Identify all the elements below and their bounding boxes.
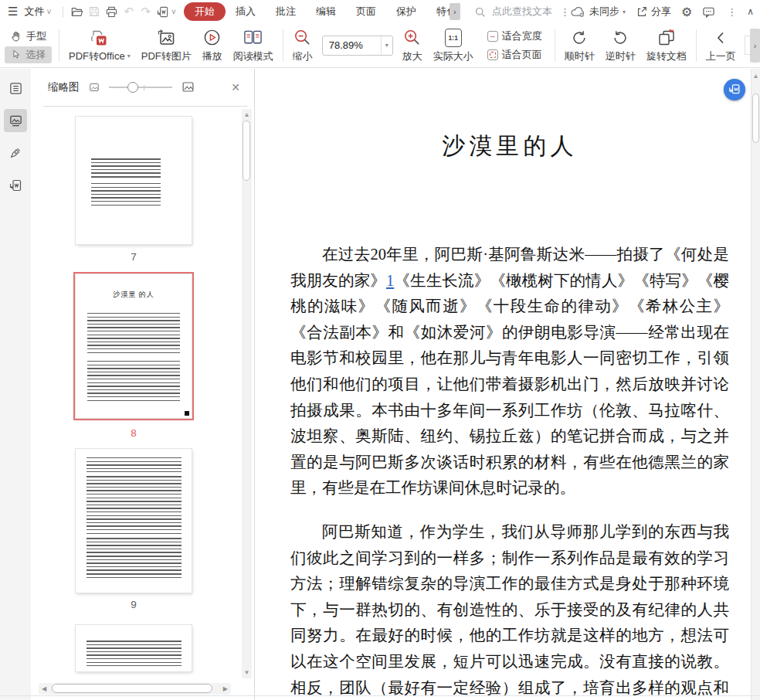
tab-features[interactable]: 特色功能 (426, 5, 450, 19)
slider-knob[interactable] (127, 82, 138, 93)
small-thumbnail-icon[interactable] (89, 82, 100, 93)
document-scrollbar-vertical[interactable]: ▲ (751, 69, 760, 700)
zoom-level-input[interactable] (323, 36, 380, 55)
footnote-link-1[interactable]: 1 (386, 272, 394, 289)
play-button[interactable]: 播放 (197, 28, 228, 63)
thumbnail-page-9[interactable] (76, 449, 192, 593)
thumbnail-scrollbar-horizontal[interactable]: ◀ ▶ (39, 683, 231, 695)
scroll-up-icon[interactable]: ▲ (752, 73, 760, 80)
scroll-down-icon[interactable]: ▼ (242, 669, 252, 676)
scrollbar-thumb[interactable] (243, 121, 250, 181)
divider (555, 29, 555, 62)
open-file-button[interactable] (69, 3, 86, 20)
tab-home[interactable]: 开始 (184, 2, 226, 21)
pdf-to-image-button[interactable]: PDF转图片 (136, 28, 197, 63)
more-menu-icon[interactable]: ⋮ (727, 6, 737, 18)
cloud-unsynced-icon (570, 6, 586, 18)
fit-page-icon (487, 49, 498, 60)
paragraph-2: 阿巴斯知道，作为学生，我们从导师那儿学到的东西与我们彼此之间学习到的一样多；制作… (290, 519, 729, 700)
export-doc-button[interactable] (154, 3, 171, 20)
rotate-counterclockwise-label: 逆时针 (606, 49, 636, 63)
search-box[interactable]: 点此查找文本 ⋮ (474, 5, 570, 19)
printer-icon (105, 5, 118, 19)
hand-tool-button[interactable]: 手型 (5, 28, 52, 45)
undo-button[interactable]: ↶ (120, 3, 137, 20)
actual-size-icon: 1:1 (445, 29, 462, 47)
tab-protect[interactable]: 保护 (386, 5, 426, 19)
zoom-caret-icon[interactable]: ▾ (381, 36, 392, 55)
chevron-down-icon[interactable]: ˅ (171, 8, 176, 16)
search-icon (474, 6, 486, 18)
scroll-right-icon[interactable]: ▶ (223, 685, 228, 692)
outline-panel-button[interactable] (4, 76, 27, 100)
select-tool-button[interactable]: 选择 (5, 46, 52, 63)
signature-panel-button[interactable] (4, 141, 27, 165)
panel-title: 缩略图 (48, 80, 80, 94)
thumbnail-panel-header: 缩略图 ✕ (31, 69, 254, 105)
previous-page-label: 上一页 (706, 49, 736, 63)
collapse-ribbon-icon[interactable]: ∧ (747, 6, 754, 17)
sync-status[interactable]: 未同步 ▾ (570, 5, 626, 19)
tab-edit[interactable]: 编辑 (306, 5, 346, 19)
tab-overflow-button[interactable]: › (450, 3, 460, 20)
cursor-icon (10, 49, 22, 60)
rotate-document-icon (657, 28, 677, 48)
save-button[interactable] (86, 3, 103, 20)
chevron-down-icon: ˅ (46, 8, 51, 16)
thumbnail-panel-button[interactable] (4, 109, 27, 132)
zoom-in-icon (402, 28, 422, 47)
divider (43, 106, 248, 107)
print-button[interactable] (103, 3, 120, 20)
rotate-counterclockwise-icon (611, 29, 629, 47)
scrollbar-thumb[interactable] (52, 684, 212, 693)
share-button[interactable]: 分享 (636, 5, 671, 19)
zoom-level-combobox[interactable]: ▾ (322, 36, 393, 56)
scroll-up-icon[interactable]: ▲ (242, 111, 252, 118)
actual-size-button[interactable]: 1:1 实际大小 (428, 28, 479, 63)
export-word-panel-button[interactable] (4, 174, 27, 197)
scroll-left-icon[interactable]: ◀ (42, 685, 46, 692)
gear-icon[interactable]: ⚙ (681, 5, 692, 19)
divider (696, 29, 697, 62)
rotate-document-button[interactable]: 旋转文档 (641, 28, 692, 63)
file-menu[interactable]: 文件 ˅ (24, 5, 51, 19)
pdf-to-office-label: PDF转Office (69, 49, 125, 63)
zoom-out-button[interactable]: 缩小 (287, 28, 318, 63)
fit-page-button[interactable]: 适合页面 (482, 46, 548, 63)
thumbnail-page-8-title: 沙漠里 的人 (76, 290, 192, 300)
export-word-float-icon (727, 82, 742, 97)
toolbar-overflow-button[interactable]: › (750, 29, 760, 63)
reading-mode-button[interactable]: 阅读模式 (228, 28, 279, 63)
thumbnail-size-slider[interactable] (109, 82, 172, 93)
menu-bar: ☰ 文件 ˅ ↶ ↷ ˅ 开始 插入 批注 编辑 页面 保护 特色功能 › 点此… (0, 0, 760, 23)
rotate-document-label: 旋转文档 (646, 49, 687, 63)
actual-size-label: 实际大小 (433, 49, 473, 63)
thumbnail-page-10-partial[interactable] (76, 625, 192, 671)
large-thumbnail-icon[interactable] (182, 80, 195, 93)
fit-width-button[interactable]: ↔ 适合宽度 (482, 28, 548, 45)
folder-open-icon (70, 5, 84, 18)
comment-icon[interactable] (702, 5, 715, 19)
selection-handle[interactable] (185, 411, 189, 416)
rotate-counterclockwise-button[interactable]: 逆时针 (600, 28, 641, 63)
pdf-to-office-button[interactable]: PDF转Office ▾ (63, 28, 136, 63)
tab-insert[interactable]: 插入 (226, 5, 266, 19)
rotate-clockwise-button[interactable]: 顺时针 (559, 28, 600, 63)
hamburger-icon[interactable]: ☰ (8, 5, 18, 19)
tab-annotate[interactable]: 批注 (266, 5, 306, 19)
export-doc-icon (156, 5, 169, 19)
thumbnail-page-8[interactable]: 沙漠里 的人 (76, 274, 192, 418)
tab-page[interactable]: 页面 (346, 5, 386, 19)
fit-tools: ↔ 适合宽度 适合页面 (482, 28, 548, 63)
export-to-word-float-button[interactable] (724, 79, 745, 100)
thumbnail-scrollbar-vertical[interactable]: ▲ ▼ (242, 109, 252, 678)
play-label: 播放 (202, 49, 222, 63)
redo-button[interactable]: ↷ (137, 3, 154, 20)
scrollbar-thumb[interactable] (752, 93, 759, 143)
search-more-icon[interactable]: ⋮ (560, 6, 570, 18)
zoom-in-button[interactable]: 放大 (397, 28, 428, 63)
thumbnail-page-7[interactable] (76, 117, 192, 244)
previous-page-button[interactable]: 上一页 (701, 28, 741, 63)
close-panel-icon[interactable]: ✕ (226, 81, 245, 93)
fit-width-icon: ↔ (487, 31, 498, 42)
